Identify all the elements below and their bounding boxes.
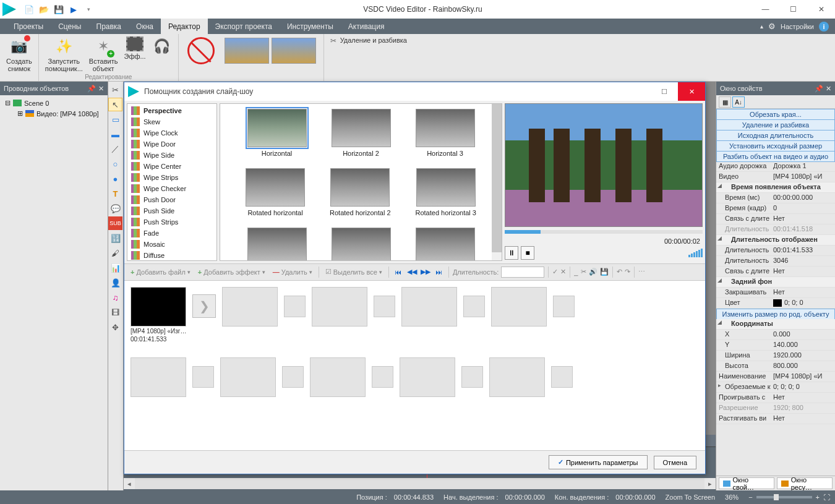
prop-button[interactable]: Исходная длительность <box>716 130 835 141</box>
category-item[interactable]: Wipe Strips <box>129 172 215 183</box>
dialog-maximize-button[interactable]: ☐ <box>651 82 678 101</box>
prop-row[interactable]: Y140.000 <box>716 340 835 351</box>
category-item[interactable]: Push Door <box>129 194 215 205</box>
sort-categorized-icon[interactable]: ▦ <box>719 96 731 108</box>
transition-slot[interactable] <box>461 366 483 388</box>
snapshot-button[interactable]: 📷 Создать снимок <box>4 35 35 74</box>
prop-row[interactable]: Время (кадр)0 <box>716 203 835 214</box>
prop-row[interactable]: Время (мс)00:00:00.000 <box>716 193 835 203</box>
tool-sub-icon[interactable]: SUB <box>108 216 122 230</box>
zoom-in-icon[interactable]: + <box>816 493 820 501</box>
tool-move-icon[interactable]: ✥ <box>108 320 122 334</box>
scroll-left-icon[interactable]: ◂ <box>124 478 135 489</box>
transition-slot[interactable]: ❯ <box>192 294 216 318</box>
prop-row[interactable]: Длительность00:01:41.533 <box>716 246 835 256</box>
menu-export[interactable]: Экспорт проекта <box>208 19 280 34</box>
gallery-item[interactable]: Vertical 3 <box>416 228 475 261</box>
category-item[interactable]: Push Strips <box>129 216 215 228</box>
slide-slot[interactable] <box>400 357 455 397</box>
gallery-item[interactable]: Vertical 2 <box>332 228 391 261</box>
duration-input[interactable] <box>501 267 544 278</box>
tool-tooltip-icon[interactable]: 💬 <box>108 202 122 215</box>
prop-row[interactable]: ▸Обрезаемые кра0; 0; 0; 0 <box>716 382 835 393</box>
tool-film-icon[interactable]: 🎞 <box>108 305 122 319</box>
preview-progress[interactable] <box>505 230 703 234</box>
prop-button[interactable]: Разбить объект на видео и аудио <box>716 151 835 162</box>
nav-first-icon[interactable]: ⏮ <box>393 267 404 278</box>
tool-counter-icon[interactable]: 🔢 <box>108 231 122 245</box>
qat-play-icon[interactable]: ▶ <box>68 4 79 15</box>
tool-icon[interactable]: 🔊 <box>589 268 597 276</box>
tool-scissors-icon[interactable]: ✂ <box>108 83 122 96</box>
transition-slot[interactable] <box>372 366 393 388</box>
add-file-button[interactable]: +Добавить файл▾ <box>128 267 193 277</box>
pin-icon[interactable]: 📌 <box>87 85 96 93</box>
gallery-item[interactable]: Vertical <box>247 228 307 261</box>
gallery-item[interactable]: Horizontal <box>247 109 307 157</box>
slide-slot[interactable] <box>401 287 457 327</box>
select-all-button[interactable]: ☑Выделить все▾ <box>323 267 385 277</box>
prop-row[interactable]: Цвет0; 0; 0 <box>716 298 835 309</box>
delete-button[interactable]: —Удалить▾ <box>270 267 315 277</box>
cross-icon[interactable]: ✕ <box>560 268 566 276</box>
tool-brush-icon[interactable]: 🖌 <box>108 246 122 260</box>
transition-slot[interactable] <box>192 366 214 388</box>
tab-properties[interactable]: Окно свой… <box>719 477 774 489</box>
prop-row[interactable]: Связь с длитеНет <box>716 267 835 277</box>
tool-music-icon[interactable]: ♫ <box>108 291 122 304</box>
qat-open-icon[interactable]: 📂 <box>38 4 49 15</box>
slide-slot[interactable] <box>312 287 367 327</box>
tool-circle-icon[interactable]: ○ <box>108 157 122 171</box>
category-item[interactable]: Wipe Clock <box>129 127 215 139</box>
transition-slot[interactable] <box>374 296 395 317</box>
transition-slot[interactable] <box>551 366 573 388</box>
menu-tools[interactable]: Инструменты <box>280 19 341 34</box>
rotate-left-icon[interactable]: ↶ <box>617 268 622 276</box>
tool-chart-icon[interactable]: 📊 <box>108 261 122 275</box>
prop-group-header[interactable]: ◢Задний фон <box>716 277 835 288</box>
category-item[interactable]: Wipe Side <box>129 150 215 161</box>
menu-edit[interactable]: Правка <box>89 19 129 34</box>
category-item[interactable]: Wipe Checker <box>129 183 215 194</box>
nav-last-icon[interactable]: ⏭ <box>434 267 445 278</box>
zoom-fit-icon[interactable]: ⛶ <box>823 493 830 501</box>
category-item[interactable]: Perspective <box>129 105 215 116</box>
slide-slot-filled[interactable] <box>131 287 186 327</box>
prop-group-header[interactable]: ◢Координаты <box>716 319 835 330</box>
settings-link[interactable]: Настройки <box>781 23 814 30</box>
tool-filledrect-icon[interactable]: ▬ <box>108 127 122 141</box>
gear-icon[interactable]: ⚙ <box>768 22 776 31</box>
prop-group-header[interactable]: ◢Длительность отображен <box>716 235 835 246</box>
cancel-button[interactable]: Отмена <box>654 456 696 469</box>
gallery-item[interactable]: Horizontal 3 <box>416 109 475 157</box>
prop-row[interactable]: Наименование[MP4 1080p] «И <box>716 372 835 382</box>
pause-button[interactable]: ⏸ <box>505 246 518 260</box>
slide-slot[interactable] <box>222 287 278 327</box>
qat-new-icon[interactable]: 📄 <box>24 4 35 15</box>
menu-activation[interactable]: Активация <box>341 19 392 34</box>
audio-button[interactable]: 🎧 <box>150 35 174 74</box>
menu-projects[interactable]: Проекты <box>6 19 51 34</box>
color-swatch[interactable] <box>773 299 782 307</box>
category-item[interactable]: Wipe Door <box>129 139 215 150</box>
insert-object-button[interactable]: ✶+ Вставить объект <box>87 35 121 74</box>
qat-save-icon[interactable]: 💾 <box>53 4 64 15</box>
tool-text-icon[interactable]: T <box>108 187 122 200</box>
slide-slot[interactable] <box>489 357 545 397</box>
slide-slot[interactable] <box>131 357 186 397</box>
category-item[interactable]: Fade <box>129 228 215 239</box>
category-item[interactable]: Skew <box>129 116 215 127</box>
menu-editor[interactable]: Редактор <box>161 19 208 34</box>
zoom-slider[interactable] <box>756 496 812 498</box>
gallery-item[interactable]: Rotated horizontal 2 <box>330 168 390 216</box>
dialog-close-button[interactable]: ✕ <box>678 82 705 101</box>
prop-row[interactable]: X0.000 <box>716 330 835 340</box>
nav-next-icon[interactable]: ▶▶ <box>420 267 431 278</box>
category-item[interactable]: Wipe Center <box>129 161 215 172</box>
category-item[interactable]: Push Side <box>129 205 215 216</box>
tool-filledcircle-icon[interactable]: ● <box>108 172 122 186</box>
category-item[interactable]: Mosaic <box>129 239 215 250</box>
effects-button[interactable]: Эфф... <box>121 35 148 74</box>
transition-slot[interactable] <box>553 296 575 317</box>
slide-slot[interactable] <box>220 357 276 397</box>
